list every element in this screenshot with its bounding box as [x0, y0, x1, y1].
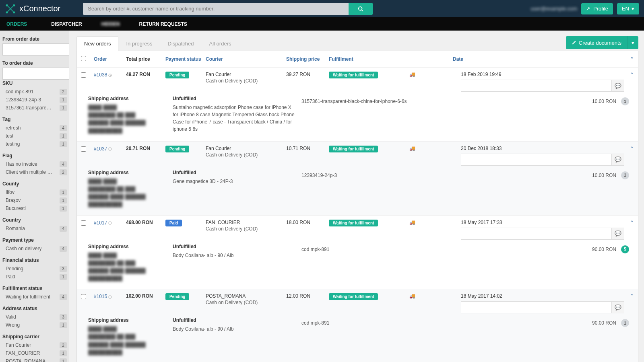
create-documents-button[interactable]: Create documents [566, 36, 627, 49]
comment-input[interactable] [461, 154, 611, 166]
facet-item[interactable]: Fan Courier2 [2, 341, 67, 349]
facet-item[interactable]: Paid1 [2, 273, 67, 281]
payment-method: Cash on Delivery (COD) [206, 226, 286, 232]
facet-item[interactable]: POSTA_ROMANA1 [2, 357, 67, 362]
facet-label: FAN_COURIER [6, 350, 40, 357]
comment-button[interactable]: 💬 [611, 80, 624, 92]
comment-input[interactable] [461, 301, 611, 313]
facet-item[interactable]: cod mpk-8912 [2, 88, 67, 96]
facet-count: 1 [60, 97, 67, 103]
payment-status-badge: Paid [165, 220, 182, 226]
brand-text: xConnector [19, 4, 60, 13]
filter-county-label: County [2, 181, 67, 187]
fulfillment-status-label: Unfulfilled [173, 317, 301, 323]
col-payment-status[interactable]: Payment status [165, 56, 206, 62]
facet-count: 3 [60, 314, 67, 320]
profile-button[interactable]: Profile [581, 3, 613, 14]
tab-dispatched[interactable]: Dispatched [160, 36, 202, 51]
col-order[interactable]: Order [94, 56, 126, 62]
comment-input[interactable] [461, 228, 611, 240]
order-id-link[interactable]: #1038 ◷ [94, 72, 112, 78]
select-order-checkbox[interactable] [81, 220, 86, 226]
facet-item[interactable]: Ilfov1 [2, 188, 67, 196]
facet-item[interactable]: Bucuresti1 [2, 204, 67, 212]
select-all-checkbox[interactable] [81, 56, 86, 61]
row-collapse-toggle[interactable]: ⌃ [624, 146, 634, 151]
facet-count: 2 [60, 89, 67, 95]
row-collapse-toggle[interactable]: ⌃ [624, 220, 634, 225]
col-shipping-price[interactable]: Shipping price [286, 56, 329, 62]
comment-button[interactable]: 💬 [611, 154, 624, 166]
search-input[interactable] [83, 3, 349, 15]
create-documents-dropdown[interactable]: ▾ [627, 36, 638, 49]
facet-item[interactable]: Waiting for fulfillment4 [2, 293, 67, 301]
nav-return-requests[interactable]: RETURN REQUESTS [130, 17, 197, 31]
facet-item[interactable]: 3157361-transparent-bla...1 [2, 104, 67, 112]
facet-label: Wrong [6, 321, 20, 329]
payment-method: Cash on Delivery (COD) [206, 300, 286, 305]
facet-item[interactable]: Client with multiple orders2 [2, 168, 67, 176]
line-item-sku: cod mpk-891 [301, 247, 575, 252]
facet-label: Fan Courier [6, 341, 31, 349]
order-id-link[interactable]: #1017 ◷ [94, 220, 112, 226]
speech-bubble-icon: 💬 [615, 156, 621, 162]
facet-item[interactable]: test1 [2, 132, 67, 140]
tab-in-progress[interactable]: In progress [118, 36, 160, 51]
fulfillment-badge: Waiting for fulfillment [329, 146, 378, 152]
select-order-checkbox[interactable] [81, 72, 86, 78]
search-button[interactable] [349, 3, 373, 15]
facet-item[interactable]: Pending3 [2, 265, 67, 273]
col-courier[interactable]: Courier [206, 56, 286, 62]
facet-item[interactable]: refresh4 [2, 124, 67, 132]
col-fulfillment[interactable]: Fulfillment [329, 56, 409, 62]
language-button[interactable]: EN ▾ [617, 3, 639, 14]
row-collapse-toggle[interactable]: ⌃ [624, 293, 634, 299]
tab-all-orders[interactable]: All orders [202, 36, 239, 51]
col-date[interactable]: Date ↑ [453, 56, 624, 62]
courier-name: FAN_COURIER [206, 220, 286, 225]
facet-item[interactable]: Cash on delivery4 [2, 245, 67, 253]
facet-label: cod mpk-891 [6, 88, 33, 95]
row-collapse-toggle[interactable]: ⌃ [624, 72, 634, 77]
shipping-address: ████ ████████████ ██ █████████ ████ ████… [88, 325, 173, 356]
facet-item[interactable]: Wrong1 [2, 321, 67, 329]
facet-item[interactable]: Has no invoice4 [2, 160, 67, 168]
facet-item[interactable]: 12393419-24p-31 [2, 96, 67, 104]
speech-bubble-icon: 💬 [615, 83, 621, 89]
top-bar: xConnector user@example.com Profile EN ▾ [0, 0, 644, 17]
to-date-input[interactable] [2, 68, 71, 80]
truck-icon: 🚚 [409, 146, 453, 151]
clock-icon: ◷ [108, 146, 112, 151]
fulfillment-status-label: Unfulfilled [173, 244, 301, 249]
facet-count: 4 [60, 246, 67, 252]
nav-dispatcher[interactable]: DISPATCHER [41, 17, 91, 31]
collapse-all-toggle[interactable]: ⌃ [624, 56, 634, 62]
facet-label: Pending [6, 265, 23, 272]
filter-sidebar: From order date 📅 To order date 📅 SKUcod… [0, 31, 69, 362]
tab-new-orders[interactable]: New orders [76, 36, 118, 51]
truck-icon: 🚚 [409, 220, 453, 225]
select-order-checkbox[interactable] [81, 146, 86, 152]
comment-button[interactable]: 💬 [611, 228, 624, 240]
facet-count: 4 [60, 125, 67, 131]
user-email: user@example.com [530, 6, 577, 12]
line-item: 3157361-transparent-black-china-for-ipho… [301, 96, 634, 107]
order-id-link[interactable]: #1037 ◷ [94, 146, 112, 152]
nav-orders[interactable]: ORDERS [6, 17, 41, 31]
filter-shipping_carrier-label: Shipping carrier [2, 334, 67, 339]
nav-hidden[interactable]: HIDDEN [92, 17, 130, 31]
line-item-sku: cod mpk-891 [301, 320, 575, 326]
facet-item[interactable]: testing1 [2, 140, 67, 148]
facet-item[interactable]: Romania4 [2, 224, 67, 232]
comment-button[interactable]: 💬 [611, 301, 624, 313]
truck-icon: 🚚 [409, 72, 453, 77]
order-id-link[interactable]: #1015 ◷ [94, 294, 112, 299]
wrench-icon [586, 6, 591, 11]
svg-point-6 [359, 6, 362, 10]
facet-item[interactable]: Valid3 [2, 313, 67, 321]
comment-input[interactable] [461, 80, 611, 92]
facet-item[interactable]: FAN_COURIER1 [2, 349, 67, 357]
select-order-checkbox[interactable] [81, 294, 86, 299]
facet-item[interactable]: Brașov1 [2, 196, 67, 204]
from-date-input[interactable] [2, 43, 71, 56]
